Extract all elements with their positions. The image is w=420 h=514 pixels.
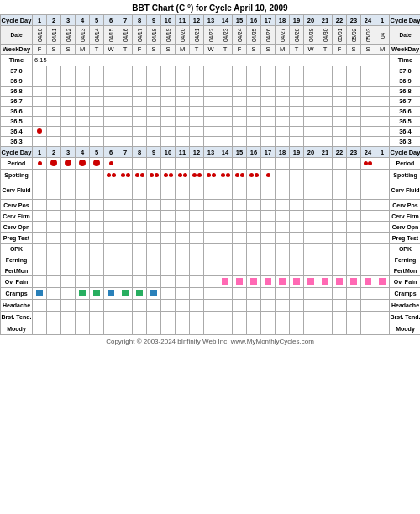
period-label: Period [1,158,33,170]
date-1: 04/10 [33,26,47,45]
ov-pain-sq-25 [379,278,386,285]
wd-21: T [318,45,333,55]
time-label-right: Time [390,55,421,66]
date-13: 04/22 [204,26,218,45]
day-8: 8 [133,15,147,26]
date-label: Date [1,26,33,45]
page-title: BBT Chart (C °) for Cycle April 10, 2009 [0,0,420,14]
cramps-label: Cramps [1,288,33,300]
period-dot-3 [65,160,71,166]
brst-tend-row: Brst. Tend. Brst. Tend. [1,312,421,323]
ov-pain-sq-19 [293,278,300,285]
opk-row: OPK OPK [1,244,421,254]
preg-test-label: Preg Test [1,233,33,244]
period-row: Period Period [1,158,421,170]
day-1: 1 [33,15,47,26]
preg-test-label-right: Preg Test [390,233,421,244]
time-label: Time [1,55,33,66]
date-14: 04/23 [218,26,233,45]
date-label-right: Date [390,26,421,45]
cramps-sq-6 [108,290,114,296]
cerv-pos-row: Cerv Pos Cerv Pos [1,200,421,211]
weekday-label-right: WeekDay [390,45,421,55]
day-23: 23 [347,15,361,26]
wd-1: F [33,45,47,55]
date-11: 04/20 [176,26,190,45]
fertmon-row: FertMon FertMon [1,265,421,276]
wd-8: F [133,45,147,55]
date-22: 05/01 [333,26,347,45]
date-5: 04/14 [90,26,104,45]
wd-22: F [333,45,347,55]
day-18: 18 [276,15,290,26]
spotting-row: Spotting Spotting [1,170,421,181]
date-7: 04/16 [118,26,133,45]
temp-36-3: 36.3 36.3 [1,137,421,147]
date-16: 04/25 [247,26,261,45]
date-3: 04/12 [61,26,76,45]
cerv-opn-row: Cerv Opn Cerv Opn [1,222,421,233]
cerv-fluid-label-right: Cerv Fluid [390,181,421,200]
temp-dot-day1 [37,128,42,134]
period-dot-2 [50,160,57,166]
wd-11: M [176,45,190,55]
day-25: 1 [375,15,390,26]
ov-pain-sq-24 [365,278,371,285]
weekday-row: WeekDay F S S M T W T F S S M T W T F S … [1,45,421,55]
cerv-opn-label-right: Cerv Opn [390,222,421,233]
date-9: 04/18 [147,26,161,45]
wd-12: T [190,45,204,55]
fertmon-label: FertMon [1,265,33,276]
wd-3: S [61,45,76,55]
wd-24: S [361,45,375,55]
day-16: 16 [247,15,261,26]
day-17: 17 [261,15,276,26]
wd-5: T [90,45,104,55]
spotting-label: Spotting [1,170,33,181]
ov-pain-label: Ov. Pain [1,276,33,288]
ferning-label-right: Ferning [390,254,421,265]
wd-17: S [261,45,276,55]
date-12: 04/21 [190,26,204,45]
cerv-fluid-label: Cerv Fluid [1,181,33,200]
date-6: 04/15 [104,26,118,45]
time-value: 6:15 [33,55,390,66]
headache-label: Headache [1,300,33,312]
cramps-sq-1 [36,290,43,296]
opk-label-right: OPK [390,244,421,254]
cramps-sq-5 [93,290,100,296]
date-8: 04/17 [133,26,147,45]
headache-row: Headache Headache [1,300,421,312]
date-19: 04/28 [290,26,304,45]
ov-pain-sq-18 [279,278,286,285]
preg-test-row: Preg Test Preg Test [1,233,421,244]
date-18: 04/27 [276,26,290,45]
ov-pain-sq-17 [265,278,271,285]
cramps-row: Cramps Cramps [1,288,421,300]
day-6: 6 [104,15,118,26]
wd-6: W [104,45,118,55]
ov-pain-sq-23 [350,278,357,285]
period-dot-4 [79,160,86,166]
cerv-firm-label: Cerv Firm [1,211,33,222]
day-7: 7 [118,15,133,26]
date-15: 04/24 [233,26,247,45]
day-14: 14 [218,15,233,26]
ov-pain-sq-15 [236,278,243,285]
temp-36-6: 36.6 36.6 [1,107,421,117]
wd-19: T [290,45,304,55]
ov-pain-sq-22 [336,278,343,285]
wd-23: S [347,45,361,55]
day-5: 5 [90,15,104,26]
chart-wrapper: Cycle Day 1 2 3 4 5 6 7 8 9 10 11 12 13 … [0,14,420,335]
cycle-day-header-left: Cycle Day [1,15,33,26]
temp-36-9: 36.9 36.9 [1,76,421,87]
wd-20: W [304,45,318,55]
ov-pain-label-right: Ov. Pain [390,276,421,288]
wd-18: M [276,45,290,55]
cycle-day-header-right: Cycle Day [390,15,421,26]
date-4: 04/13 [76,26,90,45]
day-9: 9 [147,15,161,26]
cycle-day-header-row: Cycle Day 1 2 3 4 5 6 7 8 9 10 11 12 13 … [1,15,421,26]
temp-36-4: 36.4 36.4 [1,127,421,137]
